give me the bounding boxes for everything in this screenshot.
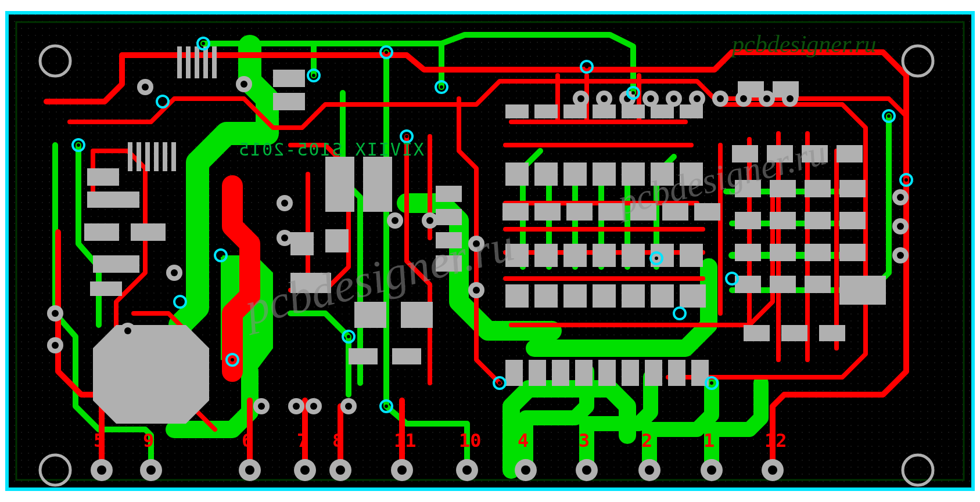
- svg-rect-39: [436, 209, 462, 225]
- svg-rect-25: [90, 281, 122, 296]
- svg-rect-20: [87, 168, 119, 186]
- svg-rect-32: [325, 229, 349, 252]
- pin-number-label: 4: [518, 429, 529, 452]
- svg-rect-17: [154, 142, 159, 171]
- svg-rect-37: [392, 348, 421, 364]
- svg-rect-105: [770, 276, 796, 293]
- pin-number-label: 9: [143, 429, 154, 452]
- svg-rect-107: [839, 276, 886, 305]
- svg-rect-23: [131, 223, 166, 241]
- svg-rect-71: [534, 284, 558, 308]
- svg-rect-95: [839, 180, 866, 197]
- svg-rect-31: [290, 232, 314, 255]
- svg-rect-14: [128, 142, 132, 171]
- svg-rect-12: [203, 46, 208, 78]
- svg-rect-47: [651, 104, 674, 118]
- pin-number-label: 1: [703, 429, 715, 452]
- pin-number-label: 6: [242, 429, 253, 452]
- watermark-top-right: pcbdesigner.ru: [730, 31, 876, 57]
- svg-rect-109: [781, 325, 807, 341]
- svg-rect-94: [805, 180, 831, 197]
- svg-rect-49: [505, 162, 529, 186]
- svg-rect-69: [680, 244, 703, 267]
- pin-number-label: 2: [641, 429, 652, 452]
- silkscreen-text: XIVIIX S105-2015: [238, 139, 424, 160]
- svg-rect-9: [177, 46, 182, 78]
- svg-rect-101: [770, 244, 796, 261]
- svg-rect-43: [534, 104, 558, 118]
- pin-pad: [140, 459, 162, 481]
- svg-rect-64: [534, 244, 558, 267]
- svg-rect-74: [622, 284, 645, 308]
- svg-rect-77: [505, 360, 523, 386]
- svg-rect-62: [694, 203, 720, 221]
- svg-rect-82: [622, 360, 639, 386]
- svg-rect-76: [680, 284, 706, 308]
- pin-pad: [239, 459, 261, 481]
- pcb-layout-svg: XIVIIX S105-2015 pcbdesigner.ru pcbdesig…: [0, 0, 980, 502]
- pin-pad: [638, 459, 660, 481]
- svg-rect-106: [805, 276, 831, 293]
- svg-rect-108: [744, 325, 770, 341]
- svg-rect-78: [529, 360, 546, 386]
- svg-rect-99: [839, 212, 866, 229]
- pin-number-label: 8: [332, 429, 343, 452]
- pin-pad: [456, 459, 478, 481]
- pin-pad: [329, 459, 351, 481]
- svg-rect-79: [552, 360, 569, 386]
- svg-rect-96: [735, 212, 761, 229]
- svg-rect-18: [163, 142, 167, 171]
- svg-rect-24: [93, 255, 139, 273]
- pin-pad: [294, 459, 316, 481]
- svg-marker-26: [93, 325, 209, 424]
- svg-rect-21: [87, 192, 139, 208]
- svg-rect-36: [349, 348, 378, 364]
- pin-number-label: 5: [94, 429, 105, 452]
- svg-rect-46: [622, 104, 645, 118]
- pin-number-label: 10: [459, 429, 482, 452]
- svg-rect-44: [563, 104, 587, 118]
- svg-rect-72: [563, 284, 587, 308]
- svg-rect-22: [84, 223, 119, 241]
- pin-number-label: 7: [297, 429, 308, 452]
- svg-rect-73: [593, 284, 616, 308]
- svg-rect-19: [171, 142, 176, 171]
- svg-rect-27: [273, 70, 305, 87]
- pin-pad: [91, 459, 113, 481]
- svg-rect-80: [575, 360, 593, 386]
- pin-pad: [576, 459, 598, 481]
- svg-rect-35: [401, 302, 433, 328]
- pin-pad: [701, 459, 723, 481]
- svg-rect-98: [805, 212, 831, 229]
- svg-rect-52: [593, 162, 616, 186]
- svg-rect-102: [805, 244, 831, 261]
- svg-rect-70: [505, 284, 529, 308]
- svg-rect-58: [566, 203, 593, 221]
- svg-rect-67: [622, 244, 645, 267]
- svg-rect-15: [137, 142, 141, 171]
- svg-rect-48: [680, 104, 703, 118]
- pin-pad: [515, 459, 537, 481]
- pin-number-label: 11: [394, 429, 417, 452]
- svg-rect-110: [819, 325, 845, 341]
- svg-rect-83: [645, 360, 662, 386]
- pin-number-label: 12: [764, 429, 787, 452]
- svg-rect-30: [363, 157, 392, 212]
- svg-rect-38: [436, 186, 462, 202]
- pin-pad: [762, 459, 784, 481]
- svg-rect-97: [770, 212, 796, 229]
- pin-number-label: 3: [579, 429, 590, 452]
- svg-rect-13: [212, 46, 217, 78]
- svg-rect-103: [839, 244, 866, 261]
- pin-pad: [391, 459, 413, 481]
- svg-rect-28: [273, 93, 305, 110]
- svg-rect-84: [668, 360, 685, 386]
- svg-rect-29: [325, 157, 354, 212]
- svg-rect-11: [195, 46, 199, 78]
- svg-rect-57: [534, 203, 561, 221]
- svg-rect-75: [651, 284, 674, 308]
- svg-rect-100: [735, 244, 761, 261]
- svg-rect-81: [598, 360, 616, 386]
- svg-rect-42: [505, 104, 529, 118]
- svg-rect-56: [502, 203, 529, 221]
